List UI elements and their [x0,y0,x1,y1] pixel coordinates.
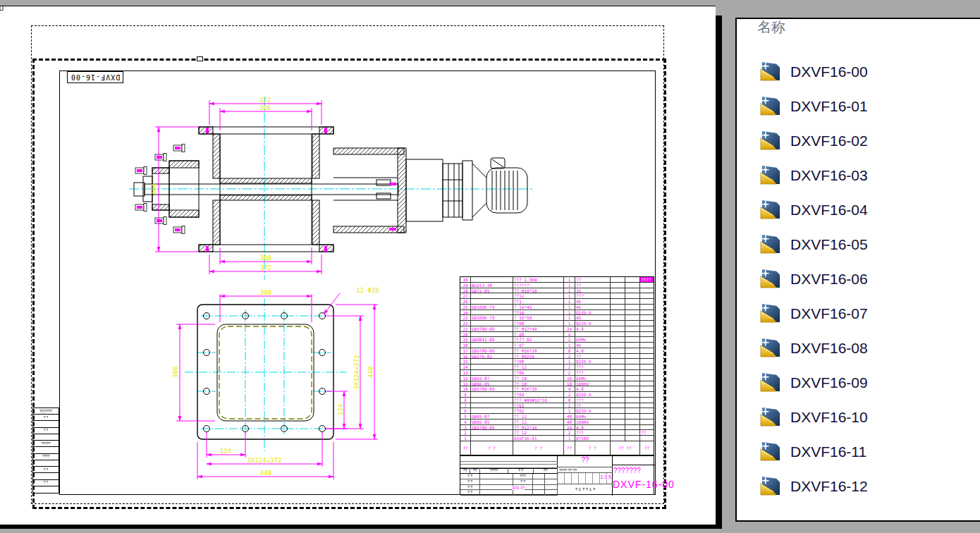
bom-cell [611,376,625,381]
bom-cell [611,288,625,294]
bom-cell: 1 [564,359,575,364]
bom-cell: 2 [564,364,575,370]
file-row[interactable]: DXVF16-03 [759,158,868,192]
bom-cell [625,277,640,283]
bom-cell [640,436,654,441]
bom-cell: GB1096-79 [471,305,513,310]
bom-cell [640,283,654,288]
bom-cell [611,381,625,387]
bom-cell: 8 [460,398,471,403]
bom-cell: 2 [564,354,575,360]
file-row[interactable]: DXVF16-12 [759,469,868,503]
bom-cell: Q235-A [575,321,611,326]
bom-cell [625,425,640,431]
file-name: DXVF16-00 [790,63,868,80]
strip-row: ? ? [33,415,59,421]
dim-372-bottom: 372 [260,264,271,271]
file-row[interactable]: DXVF16-02 [759,123,868,158]
file-name: DXVF16-10 [790,409,868,426]
bom-cell [625,288,640,294]
bom-cell: 12 [460,376,471,381]
file-name: DXVF16-06 [790,271,868,288]
dwg-file-icon [759,475,781,497]
bom-cell [471,398,513,403]
file-row[interactable]: DXVF16-04 [759,192,868,227]
bom-cell [640,299,654,305]
strip-row: ????? [33,441,59,447]
dim-pitch-right: 3X124=372 [353,355,360,390]
bom-cell [611,354,625,360]
bom-cell [611,386,625,392]
dwg-file-icon [759,406,781,428]
strip-row: ?(?)???? [33,408,59,415]
bom-cell [611,315,625,321]
bom-cell: 65Mn [575,414,611,419]
file-row[interactable]: DXVF16-06 [759,262,868,296]
bom-cell: 25 [460,305,471,310]
strip-row: ???? [33,454,59,460]
file-row[interactable]: DXVF16-08 [759,331,868,365]
bom-cell: 100HV [575,419,611,425]
sign-grid: ? ???? ? ?? ? ? ? ? ? [460,474,558,496]
bom-cell: 2 [460,430,471,436]
file-name: DXVF16-08 [790,340,868,357]
bom-cell [625,359,640,364]
company-name: ??????? [613,467,641,474]
bom-cell: 1 [564,305,575,310]
bom-cell [611,299,625,305]
dim-440-right: 440 [367,367,374,378]
bom-cell: 2 [564,337,575,343]
bom-cell [640,403,654,409]
bom-cell [611,430,625,436]
bom-cell: ?-08 [513,332,564,338]
bom-cell: GB1096-79 [471,315,513,321]
bom-cell [611,277,625,283]
bom-cell: Q235-A [575,392,611,398]
strip-row [33,421,59,427]
bom-cell: 1 [564,343,575,348]
file-row[interactable]: DXVF16-05 [759,227,868,262]
bom-cell: ??? [575,430,611,436]
bom-cell: Q235-A [575,408,611,414]
bom-header-cell: ? ? [471,441,513,455]
bom-cell: 17 [460,348,471,354]
bom-cell: 45 [575,299,611,305]
bom-cell [611,343,625,348]
name-column-header[interactable]: 名称 [757,18,785,37]
bom-cell [625,403,640,409]
bom-cell: ??? [575,293,611,299]
scale-labels: ???? ?? ?? [558,467,613,473]
bom-cell: ? 16*50 [513,315,564,321]
bom-cell: GB5780-86 [471,425,513,431]
file-row[interactable]: DXVF16-09 [759,365,868,400]
file-row[interactable]: DXVF16-10 [759,400,868,434]
bom-cell [611,414,625,419]
bom-cell: BLD13-38 [471,283,513,288]
bom-cell [640,326,654,332]
file-row[interactable]: DXVF16-11 [759,434,866,469]
file-name: DXVF16-11 [790,443,866,460]
bom-cell [611,310,625,316]
bom-cell: 48 [564,419,575,425]
bom-cell: 24 [564,425,575,431]
bom-cell: ? 14*45 [513,305,564,310]
bom-cell: ?? 10 [513,381,564,387]
dim-300-top: 300 [260,289,271,296]
bom-cell: ??? [575,364,611,370]
bom-cell [611,398,625,403]
bom-cell [611,283,625,288]
bom-cell [611,408,625,414]
dwg-file-icon [759,130,781,152]
bom-cell [611,403,625,409]
bom-cell: ??10 [513,310,564,316]
file-row[interactable]: DXVF16-00 [759,54,868,89]
file-row[interactable]: DXVF16-01 [759,89,868,123]
bom-cell: 30 [460,277,471,283]
bom-cell: ??? 1.5KW [513,277,564,283]
bom-cell [640,408,654,414]
file-row[interactable]: DXVF16-07 [759,296,868,331]
centerlines [129,97,534,280]
bom-cell [625,343,640,348]
flange-dimension-lines [176,293,378,479]
dwg-file-icon [759,199,781,221]
